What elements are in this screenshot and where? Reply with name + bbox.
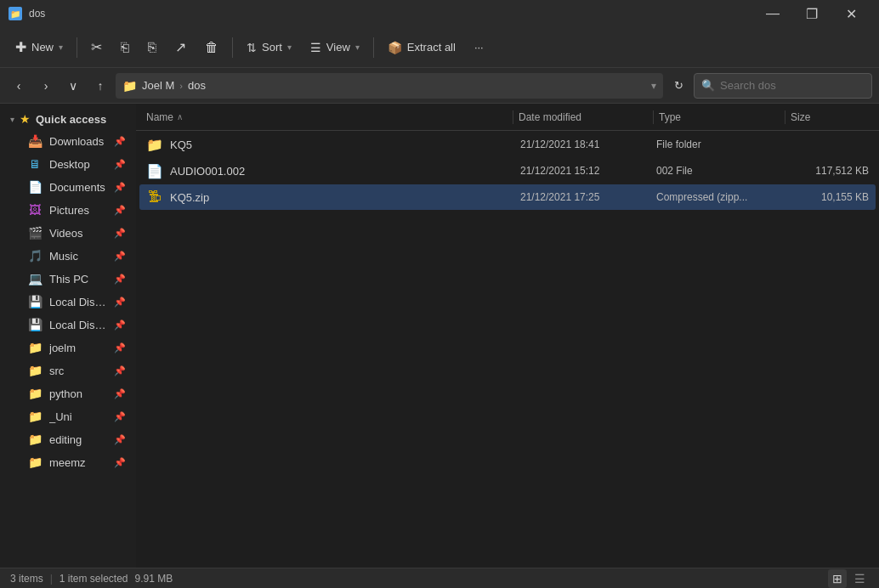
desktop-icon: 🖥 <box>27 157 43 171</box>
copy-icon: ⎗ <box>121 40 129 55</box>
paste-button[interactable]: ⎘ <box>139 32 165 63</box>
quick-access-section: ▾ ★ Quick access 📥 Downloads 📌 🖥 Desktop… <box>0 107 136 476</box>
up-button[interactable]: ↑ <box>88 74 112 98</box>
col-divider-3 <box>785 110 785 124</box>
view-button[interactable]: ☰ View ▾ <box>302 32 368 63</box>
sidebar-item-python[interactable]: 📁 python 📌 <box>3 382 133 404</box>
address-dropdown-button[interactable]: ▾ <box>651 80 656 92</box>
search-box[interactable]: 🔍 <box>694 73 872 99</box>
status-sep-1: | <box>50 573 53 585</box>
window-icon: 📁 <box>9 7 22 20</box>
details-view-button[interactable]: ⊞ <box>828 569 847 588</box>
minimize-button[interactable]: — <box>753 0 792 27</box>
sidebar-item-uni[interactable]: 📁 _Uni 📌 <box>3 405 133 427</box>
file-date-kq5zip: 21/12/2021 17:25 <box>520 191 656 203</box>
sidebar-item-src[interactable]: 📁 src 📌 <box>3 359 133 382</box>
sidebar-item-desktop[interactable]: 🖥 Desktop 📌 <box>3 153 133 175</box>
delete-button[interactable]: 🗑 <box>196 32 227 63</box>
address-input[interactable]: 📁 Joel M › dos ▾ <box>116 73 663 99</box>
sidebar-item-pictures[interactable]: 🖼 Pictures 📌 <box>3 199 133 221</box>
python-pin-icon: 📌 <box>114 388 126 399</box>
file-icon-kq5: 📁 <box>146 137 163 153</box>
refresh-button[interactable]: ↻ <box>666 74 690 98</box>
sidebar-item-meemz[interactable]: 📁 meemz 📌 <box>3 451 133 473</box>
selected-size: 9.91 MB <box>135 573 173 585</box>
address-bar: ‹ › ∨ ↑ 📁 Joel M › dos ▾ ↻ 🔍 <box>0 68 879 104</box>
sidebar-item-editing[interactable]: 📁 editing 📌 <box>3 428 133 450</box>
sidebar-item-joelm[interactable]: 📁 joelm 📌 <box>3 336 133 359</box>
quick-access-header[interactable]: ▾ ★ Quick access <box>3 109 133 129</box>
table-row[interactable]: 📁 KQ5 21/12/2021 18:41 File folder <box>139 132 876 157</box>
recent-button[interactable]: ∨ <box>61 74 85 98</box>
copy-button[interactable]: ⎗ <box>112 32 138 63</box>
file-type-kq5: File folder <box>656 139 784 150</box>
quick-access-star-icon: ★ <box>20 112 31 126</box>
new-button[interactable]: ✚ New ▾ <box>7 32 71 63</box>
title-bar: 📁 dos — ❐ ✕ <box>0 0 879 27</box>
meemz-pin-icon: 📌 <box>114 457 126 468</box>
col-header-name[interactable]: Name ∧ <box>143 111 511 123</box>
pictures-icon: 🖼 <box>27 203 43 217</box>
title-bar-controls: — ❐ ✕ <box>753 0 870 27</box>
col-header-size[interactable]: Size <box>787 111 872 123</box>
sidebar: ▾ ★ Quick access 📥 Downloads 📌 🖥 Desktop… <box>0 104 136 568</box>
cut-button[interactable]: ✂ <box>82 32 111 63</box>
close-button[interactable]: ✕ <box>831 0 870 27</box>
file-icon-audio: 📄 <box>146 163 163 179</box>
list-view-button[interactable]: ☰ <box>850 569 869 588</box>
table-row[interactable]: 🗜 KQ5.zip 21/12/2021 17:25 Compressed (z… <box>139 184 876 210</box>
col-name-label: Name <box>146 111 173 123</box>
sort-button[interactable]: ⇅ Sort ▾ <box>238 32 300 63</box>
col-header-date[interactable]: Date modified <box>515 111 651 123</box>
sidebar-item-downloads-label: Downloads <box>49 135 107 148</box>
documents-pin-icon: 📌 <box>114 182 126 193</box>
window-title: dos <box>29 8 45 20</box>
quick-access-chevron-icon: ▾ <box>10 115 14 124</box>
breadcrumb-dos[interactable]: dos <box>188 79 206 92</box>
music-icon: 🎵 <box>27 249 43 263</box>
sidebar-item-this-pc-label: This PC <box>49 273 107 286</box>
table-row[interactable]: 📄 AUDIO001.002 21/12/2021 15:12 002 File… <box>139 158 876 184</box>
sidebar-item-editing-label: editing <box>49 433 107 446</box>
back-button[interactable]: ‹ <box>7 74 31 98</box>
file-date-audio: 21/12/2021 15:12 <box>520 165 656 177</box>
sidebar-item-pictures-label: Pictures <box>49 204 107 217</box>
sidebar-item-documents[interactable]: 📄 Documents 📌 <box>3 176 133 198</box>
extract-button[interactable]: 📦 Extract all <box>379 32 464 63</box>
col-header-type[interactable]: Type <box>655 111 783 123</box>
sidebar-item-videos[interactable]: 🎬 Videos 📌 <box>3 222 133 244</box>
file-list-header: Name ∧ Date modified Type Size <box>136 104 879 131</box>
breadcrumb-sep-1: › <box>179 81 183 91</box>
uni-icon: 📁 <box>27 410 43 423</box>
forward-button[interactable]: › <box>34 74 58 98</box>
col-divider-2 <box>653 110 654 124</box>
file-type-kq5zip: Compressed (zipp... <box>656 191 784 203</box>
python-icon: 📁 <box>27 387 43 400</box>
music-pin-icon: 📌 <box>114 251 126 262</box>
share-button[interactable]: ↗ <box>167 32 195 63</box>
more-button[interactable]: ··· <box>466 32 492 63</box>
sidebar-item-local-disk-d[interactable]: 💾 Local Disk (D 📌 <box>3 314 133 336</box>
maximize-button[interactable]: ❐ <box>792 0 831 27</box>
col-size-label: Size <box>791 111 810 123</box>
extract-icon: 📦 <box>388 41 402 54</box>
search-input[interactable] <box>720 79 865 92</box>
file-size-audio: 117,512 KB <box>784 165 869 177</box>
local-disk-c-icon: 💾 <box>27 295 43 308</box>
breadcrumb-joelm[interactable]: Joel M <box>142 79 174 92</box>
toolbar-sep-3 <box>373 37 374 58</box>
file-date-kq5: 21/12/2021 18:41 <box>520 139 656 150</box>
pictures-pin-icon: 📌 <box>114 205 126 216</box>
file-type-audio: 002 File <box>656 165 784 177</box>
sidebar-item-music-label: Music <box>49 250 107 263</box>
sidebar-item-music[interactable]: 🎵 Music 📌 <box>3 245 133 267</box>
sidebar-item-local-disk-c[interactable]: 💾 Local Disk (C 📌 <box>3 291 133 313</box>
toolbar-sep-2 <box>232 37 233 58</box>
sort-label: Sort <box>262 41 282 54</box>
search-icon: 🔍 <box>701 79 715 92</box>
sidebar-item-this-pc[interactable]: 💻 This PC 📌 <box>3 268 133 290</box>
toolbar: ✚ New ▾ ✂ ⎗ ⎘ ↗ 🗑 ⇅ Sort ▾ ☰ View ▾ 📦 Ex… <box>0 27 879 68</box>
this-pc-pin-icon: 📌 <box>114 274 126 285</box>
file-icon-kq5zip: 🗜 <box>146 189 163 205</box>
sidebar-item-downloads[interactable]: 📥 Downloads 📌 <box>3 130 133 152</box>
